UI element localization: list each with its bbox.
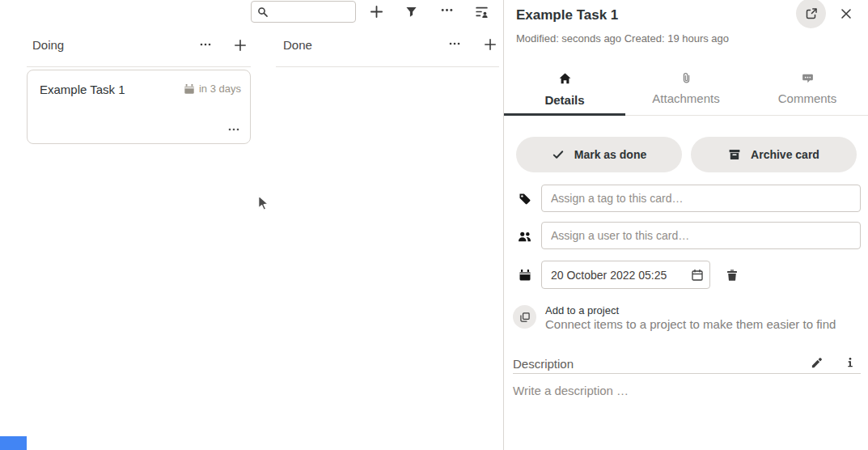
trash-icon [726, 269, 739, 282]
assign-user-input[interactable] [541, 222, 861, 249]
column-doing-menu-button[interactable] [194, 33, 217, 56]
board-menu-button[interactable] [435, 0, 458, 21]
archive-card-button[interactable]: Archive card [691, 137, 857, 172]
info-icon [845, 357, 856, 368]
description-placeholder[interactable]: Write a description … [513, 384, 629, 397]
users-icon [517, 229, 531, 244]
bottom-left-blue-fragment [0, 436, 27, 450]
card-menu-button[interactable] [222, 120, 245, 139]
search-box[interactable] [251, 1, 356, 23]
list-assignee-icon [475, 5, 489, 19]
column-doing-add-button[interactable] [229, 34, 252, 57]
plus-icon [370, 5, 383, 19]
card-due-label: in 3 days [199, 83, 241, 95]
tag-icon [518, 192, 532, 206]
column-done-menu-button[interactable] [443, 32, 466, 55]
filter-icon [405, 6, 417, 18]
description-info-button[interactable] [839, 353, 862, 372]
close-icon [840, 7, 853, 20]
panel-tabs: Details Attachments Comments [504, 69, 868, 116]
calendar-icon [518, 268, 532, 282]
column-title-done: Done [283, 38, 312, 52]
add-card-button[interactable] [365, 0, 387, 23]
calendar-outline-icon [691, 269, 704, 282]
tab-comments[interactable]: Comments [747, 69, 868, 115]
column-done-add-button[interactable] [479, 33, 502, 56]
plus-icon [234, 39, 247, 52]
add-to-project-title: Add to a project [545, 304, 619, 316]
column-done-divider [276, 66, 499, 67]
more-icon [227, 123, 240, 136]
column-title-doing: Doing [32, 38, 64, 52]
search-icon [257, 6, 269, 18]
mark-as-done-button[interactable]: Mark as done [516, 137, 682, 172]
pencil-icon [811, 357, 823, 369]
calendar-icon [184, 83, 195, 95]
add-to-project-row[interactable]: Add to a project Connect items to a proj… [504, 302, 868, 334]
remove-due-date-button[interactable] [721, 266, 743, 284]
edit-description-button[interactable] [805, 354, 828, 371]
due-date-field[interactable] [541, 261, 710, 289]
description-divider [513, 373, 861, 374]
open-calendar-button[interactable] [685, 263, 709, 287]
plus-icon [484, 38, 497, 51]
assign-tag-input[interactable] [541, 185, 861, 212]
check-icon [552, 148, 565, 161]
card-detail-panel: Example Task 1 Modified: seconds ago Cre… [504, 0, 868, 450]
tab-details[interactable]: Details [504, 69, 625, 115]
tab-attachments[interactable]: Attachments [625, 69, 747, 115]
archive-card-label: Archive card [751, 148, 819, 161]
kanban-app-window: Doing Example Task 1 in 3 days Done [0, 0, 868, 450]
tab-label: Details [544, 93, 584, 107]
close-panel-button[interactable] [835, 2, 857, 25]
more-icon [440, 3, 454, 17]
archive-icon [728, 148, 741, 161]
panel-meta: Modified: seconds ago Created: 19 hours … [516, 32, 729, 45]
card-due-date: in 3 days [184, 83, 241, 95]
tab-label: Attachments [652, 91, 719, 105]
projects-icon [513, 305, 536, 329]
paperclip-icon [680, 72, 692, 84]
comment-icon [802, 72, 814, 84]
mouse-cursor [252, 193, 273, 217]
open-in-window-button[interactable] [796, 0, 826, 28]
description-label: Description [513, 357, 574, 371]
card-title: Example Task 1 [40, 83, 125, 96]
more-icon [199, 38, 212, 51]
tab-label: Comments [778, 91, 837, 105]
column-doing-divider [27, 66, 251, 67]
task-card[interactable]: Example Task 1 in 3 days [27, 70, 251, 144]
external-link-icon [805, 7, 818, 20]
search-input[interactable] [273, 6, 354, 18]
mark-as-done-label: Mark as done [574, 148, 646, 161]
assignees-view-button[interactable] [470, 0, 493, 23]
panel-title: Example Task 1 [516, 7, 618, 23]
add-to-project-subtitle: Connect items to a project to make them … [545, 317, 836, 331]
home-icon [558, 72, 572, 86]
due-date-input[interactable] [542, 269, 685, 282]
filter-button[interactable] [400, 0, 422, 23]
more-icon [448, 37, 461, 50]
